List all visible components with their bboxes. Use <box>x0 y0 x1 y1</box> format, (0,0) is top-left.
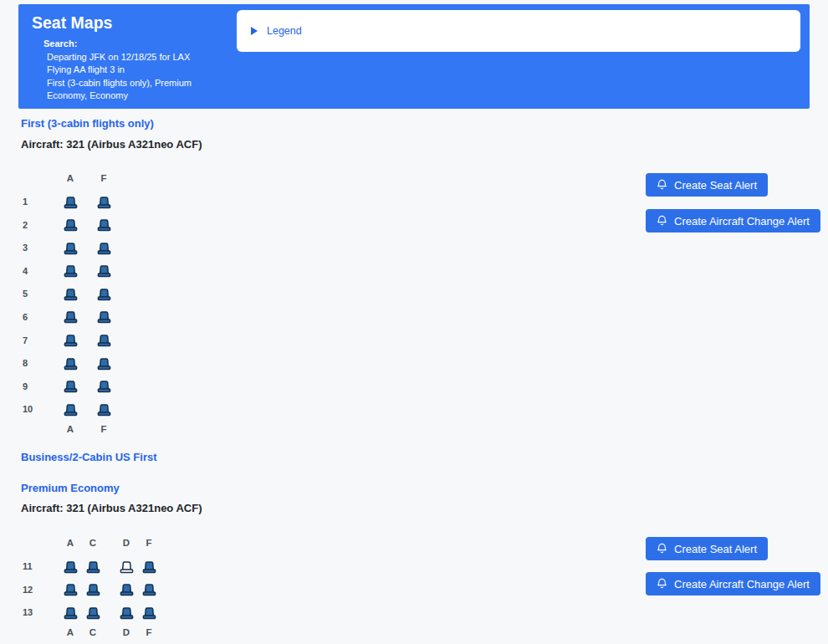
column-letter: C <box>85 538 101 548</box>
create-seat-alert-button[interactable]: Create Seat Alert <box>646 173 768 197</box>
column-letter: F <box>141 538 157 548</box>
seat-row-7: 7 <box>21 330 205 353</box>
create-aircraft-change-alert-button[interactable]: Create Aircraft Change Alert <box>646 209 820 233</box>
seat-row-11: 11 <box>21 555 205 579</box>
seat-13D-occupied[interactable] <box>119 606 135 620</box>
seat-row-3: 3 <box>21 237 205 260</box>
search-line: Flying AA flight 3 in <box>43 64 192 76</box>
bell-icon <box>657 179 667 191</box>
cabin-link-business[interactable]: Business/2-Cabin US First <box>21 451 157 463</box>
seat-row-12: 12 <box>21 579 205 602</box>
row-number: 10 <box>23 404 33 414</box>
row-number: 8 <box>23 358 28 368</box>
row-number: 3 <box>23 243 28 253</box>
cabin-link-premium-economy[interactable]: Premium Economy <box>21 482 120 494</box>
seat-9F-occupied[interactable] <box>96 380 112 393</box>
button-label: Create Aircraft Change Alert <box>674 215 810 227</box>
seat-3F-occupied[interactable] <box>96 242 112 255</box>
seat-2F-occupied[interactable] <box>96 218 112 232</box>
legend-label: Legend <box>267 25 302 37</box>
seat-row-4: 4 <box>21 260 205 284</box>
row-number: 5 <box>23 289 28 299</box>
seat-12A-occupied[interactable] <box>63 583 79 596</box>
search-line: Departing JFK on 12/18/25 for LAX <box>43 51 192 64</box>
seat-13F-occupied[interactable] <box>141 606 157 620</box>
search-line: Economy, Economy <box>43 89 192 102</box>
column-letter: A <box>63 627 79 637</box>
column-letter: A <box>63 424 79 434</box>
seat-5F-occupied[interactable] <box>96 288 112 301</box>
row-number: 6 <box>23 312 28 322</box>
seat-4F-occupied[interactable] <box>96 264 112 278</box>
seat-row-2: 2 <box>21 214 205 238</box>
button-label: Create Aircraft Change Alert <box>674 578 810 590</box>
seat-7F-occupied[interactable] <box>96 334 112 347</box>
column-letter: A <box>63 173 79 183</box>
legend-toggle[interactable]: Legend <box>237 10 800 52</box>
column-letters-bottom: AF <box>21 422 205 438</box>
column-letters-top: AF <box>21 171 205 187</box>
column-letter: D <box>119 538 135 548</box>
seat-row-8: 8 <box>21 352 205 376</box>
seat-12C-occupied[interactable] <box>85 583 101 596</box>
bell-icon <box>657 578 667 590</box>
row-number: 1 <box>23 197 28 207</box>
seat-6F-occupied[interactable] <box>96 310 112 324</box>
seat-13A-occupied[interactable] <box>63 606 79 620</box>
seat-row-9: 9 <box>21 376 205 399</box>
seat-11F-occupied[interactable] <box>141 560 157 574</box>
column-letter: A <box>63 538 79 548</box>
seat-10A-occupied[interactable] <box>63 403 79 417</box>
cabin-link-first[interactable]: First (3-cabin flights only) <box>21 117 154 130</box>
seat-3A-occupied[interactable] <box>63 242 79 255</box>
seat-8A-occupied[interactable] <box>63 357 79 371</box>
seat-13C-occupied[interactable] <box>85 606 101 620</box>
search-summary: Search: Departing JFK on 12/18/25 for LA… <box>43 38 192 103</box>
seat-row-5: 5 <box>21 283 205 306</box>
seat-5A-occupied[interactable] <box>63 288 79 301</box>
seat-11A-occupied[interactable] <box>63 560 79 574</box>
seat-row-1: 1 <box>21 191 205 214</box>
row-number: 4 <box>23 266 28 276</box>
seat-8F-occupied[interactable] <box>96 357 112 371</box>
aircraft-info-premium-economy: Aircraft: 321 (Airbus A321neo ACF) <box>21 502 202 514</box>
seat-row-13: 13 <box>21 601 205 625</box>
alert-buttons-premium-economy: Create Seat Alert Create Aircraft Change… <box>646 537 820 595</box>
column-letters-top: ACDF <box>21 535 205 552</box>
seat-6A-occupied[interactable] <box>63 310 79 324</box>
seat-maps-page: Seat Maps Search: Departing JFK on 12/18… <box>0 0 828 644</box>
seat-11D-available[interactable] <box>119 560 135 574</box>
seat-12F-occupied[interactable] <box>141 583 157 596</box>
row-number: 9 <box>23 381 28 391</box>
seat-11C-occupied[interactable] <box>85 560 101 574</box>
seat-rows: 111213 <box>21 555 205 625</box>
column-letter: C <box>85 627 101 637</box>
create-aircraft-change-alert-button[interactable]: Create Aircraft Change Alert <box>646 572 820 595</box>
seat-4A-occupied[interactable] <box>63 264 79 278</box>
column-letters-bottom: ACDF <box>21 625 205 641</box>
seat-1F-occupied[interactable] <box>96 196 112 209</box>
seat-2A-occupied[interactable] <box>63 218 79 232</box>
seat-row-10: 10 <box>21 398 205 422</box>
seat-9A-occupied[interactable] <box>63 380 79 393</box>
row-number: 2 <box>23 220 28 230</box>
button-label: Create Seat Alert <box>674 179 757 192</box>
seat-1A-occupied[interactable] <box>63 196 79 209</box>
caret-right-icon <box>251 27 258 35</box>
seat-7A-occupied[interactable] <box>63 334 79 347</box>
seat-12D-occupied[interactable] <box>119 583 135 596</box>
page-title: Seat Maps <box>32 13 112 33</box>
seat-map-first: AF12345678910AF <box>21 171 205 438</box>
column-letter: D <box>119 627 135 637</box>
row-number: 12 <box>23 585 33 595</box>
row-number: 13 <box>23 607 33 617</box>
row-number: 11 <box>23 561 33 571</box>
column-letter: F <box>96 424 112 434</box>
aircraft-info-first: Aircraft: 321 (Airbus A321neo ACF) <box>21 138 202 151</box>
seat-map-premium-economy: ACDF111213ACDF <box>21 535 205 641</box>
row-number: 7 <box>23 335 28 345</box>
create-seat-alert-button[interactable]: Create Seat Alert <box>646 537 768 560</box>
header-banner: Seat Maps Search: Departing JFK on 12/18… <box>18 4 810 109</box>
search-line: First (3-cabin flights only), Premium <box>43 77 192 89</box>
seat-10F-occupied[interactable] <box>96 403 112 417</box>
